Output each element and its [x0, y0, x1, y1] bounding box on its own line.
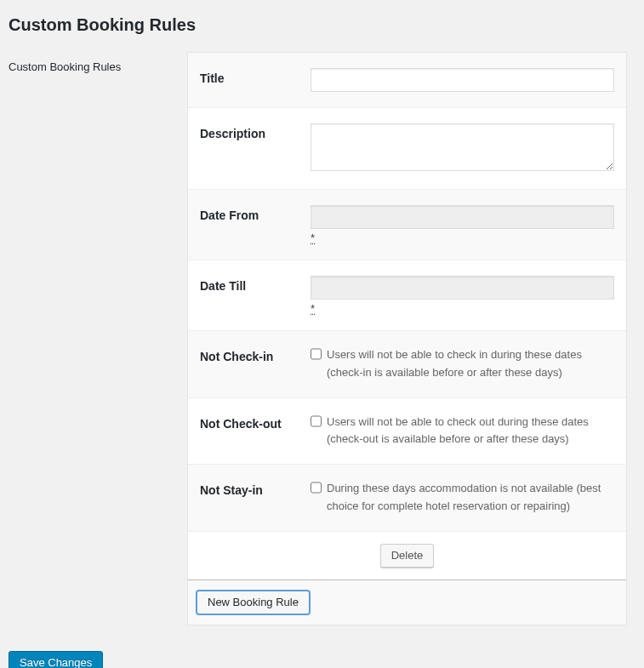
not-checkin-desc: Users will not be able to check in durin… — [327, 346, 614, 382]
not-stayin-row: Not Stay-in During these days accommodat… — [188, 465, 626, 532]
date-till-required-mark: * — [311, 302, 315, 315]
delete-button[interactable]: Delete — [380, 544, 435, 568]
date-till-input[interactable] — [311, 276, 614, 300]
section-label: Custom Booking Rules — [9, 52, 187, 73]
new-booking-rule-button[interactable]: New Booking Rule — [197, 591, 310, 614]
submit-area: Save Changes — [9, 651, 627, 668]
title-label: Title — [200, 68, 311, 85]
not-stayin-label: Not Stay-in — [200, 480, 311, 497]
date-from-row: Date From * — [188, 190, 626, 260]
booking-rules-panel: Title Description Date From * Date — [187, 52, 627, 625]
not-checkout-row: Not Check-out Users will not be able to … — [188, 398, 626, 465]
page-title: Custom Booking Rules — [9, 15, 627, 35]
description-textarea[interactable] — [311, 123, 614, 171]
not-checkout-label: Not Check-out — [200, 414, 311, 431]
not-stayin-checkbox[interactable] — [311, 481, 322, 494]
date-till-label: Date Till — [200, 276, 311, 293]
not-checkout-desc: Users will not be able to check out duri… — [327, 414, 614, 449]
description-label: Description — [200, 123, 311, 140]
date-from-label: Date From — [200, 205, 311, 222]
title-input[interactable] — [311, 68, 614, 92]
not-stayin-desc: During these days accommodation is not a… — [327, 480, 614, 516]
description-row: Description — [188, 108, 626, 190]
not-checkout-checkbox-label[interactable]: Users will not be able to check out duri… — [311, 414, 614, 449]
panel-footer: New Booking Rule — [188, 580, 626, 625]
date-till-row: Date Till * — [188, 260, 626, 331]
not-stayin-checkbox-label[interactable]: During these days accommodation is not a… — [311, 480, 614, 516]
not-checkin-label: Not Check-in — [200, 346, 311, 363]
date-from-required-mark: * — [311, 231, 315, 244]
save-changes-button[interactable]: Save Changes — [9, 651, 103, 668]
delete-row: Delete — [188, 532, 626, 580]
not-checkout-checkbox[interactable] — [311, 414, 322, 428]
title-row: Title — [188, 53, 626, 108]
not-checkin-checkbox[interactable] — [311, 347, 322, 361]
not-checkin-row: Not Check-in Users will not be able to c… — [188, 331, 626, 398]
not-checkin-checkbox-label[interactable]: Users will not be able to check in durin… — [311, 346, 614, 382]
date-from-input[interactable] — [311, 205, 614, 229]
